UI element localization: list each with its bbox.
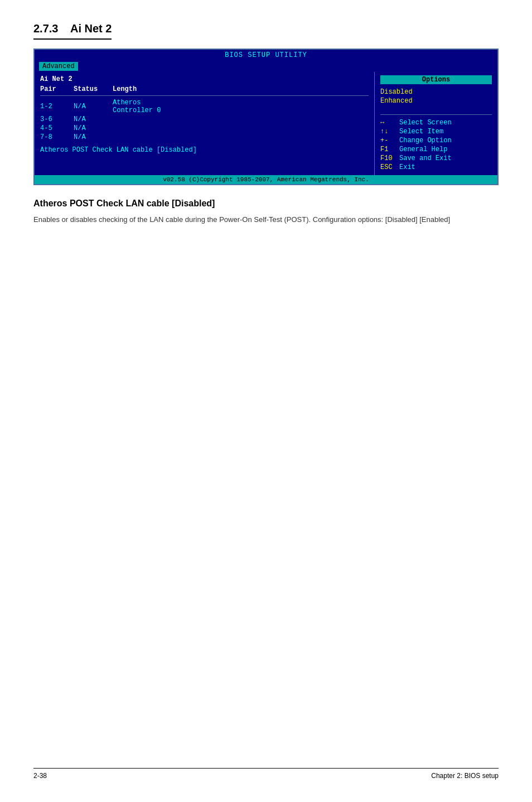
table-row: 4-5 N/A xyxy=(40,124,369,133)
status-4-5: N/A xyxy=(74,124,113,132)
help-key-plusminus: +- xyxy=(380,137,396,144)
col-status-header: Status xyxy=(74,85,113,93)
help-desc-select-screen: Select Screen xyxy=(399,119,452,127)
option-disabled[interactable]: Disabled xyxy=(380,88,492,96)
pair-4-5: 4-5 xyxy=(40,124,74,132)
bios-menu-bar: Advanced xyxy=(35,61,497,72)
status-3-6: N/A xyxy=(74,115,113,123)
table-row: 1-2 N/A Atheros Controller 0 xyxy=(40,98,369,115)
help-desc-f1: General Help xyxy=(399,146,447,153)
help-key-f10: F10 xyxy=(380,154,396,162)
table-row: 3-6 N/A xyxy=(40,115,369,124)
page-container: 2.7.3 Ai Net 2 BIOS SETUP UTILITY Advanc… xyxy=(0,0,532,248)
bios-help-section: ↔ Select Screen ↑↓ Select Item +- Change… xyxy=(380,114,492,172)
help-desc-esc: Exit xyxy=(399,163,415,171)
section-heading: 2.7.3 Ai Net 2 xyxy=(33,22,112,40)
option-enhanced[interactable]: Enhanced xyxy=(380,96,492,105)
help-row-change-option: +- Change Option xyxy=(380,136,492,145)
pair-1-2: 1-2 xyxy=(40,103,74,110)
footer-chapter: Chapter 2: BIOS setup xyxy=(431,772,499,780)
bios-column-headers: Pair Status Length xyxy=(40,85,369,96)
table-row: 7-8 N/A xyxy=(40,133,369,142)
bios-title: BIOS SETUP UTILITY xyxy=(225,51,307,59)
help-row-select-item: ↑↓ Select Item xyxy=(380,127,492,136)
bios-title-bar: BIOS SETUP UTILITY xyxy=(35,50,497,61)
help-key-esc: ESC xyxy=(380,163,396,171)
help-desc-change-option: Change Option xyxy=(399,137,452,144)
pair-3-6: 3-6 xyxy=(40,115,74,123)
cable-status-line: Atheros POST Check LAN cable [Disabled] xyxy=(40,146,369,154)
subsection-description: Enables or disables checking of the LAN … xyxy=(33,214,499,225)
col-length-header: Length xyxy=(113,85,180,93)
subsection-heading: Atheros POST Check LAN cable [Disabled] xyxy=(33,199,499,209)
bios-left-panel: Ai Net 2 Pair Status Length 1-2 N/A Athe… xyxy=(35,72,375,175)
section-title: Ai Net 2 xyxy=(70,22,112,35)
help-key-arrows: ↔ xyxy=(380,119,396,127)
options-title: Options xyxy=(380,75,492,84)
bios-content: Ai Net 2 Pair Status Length 1-2 N/A Athe… xyxy=(35,72,497,175)
help-key-updown: ↑↓ xyxy=(380,128,396,136)
status-7-8: N/A xyxy=(74,133,113,141)
help-desc-f10: Save and Exit xyxy=(399,154,452,162)
bios-menu-advanced[interactable]: Advanced xyxy=(39,62,78,71)
bios-footer: v02.58 (C)Copyright 1985-2007, American … xyxy=(35,175,497,184)
page-footer: 2-38 Chapter 2: BIOS setup xyxy=(33,768,499,780)
col-pair-header: Pair xyxy=(40,85,74,93)
status-1-2: N/A xyxy=(74,103,113,110)
pair-7-8: 7-8 xyxy=(40,133,74,141)
help-row-f10: F10 Save and Exit xyxy=(380,154,492,163)
help-row-esc: ESC Exit xyxy=(380,163,492,172)
length-1-2: Atheros Controller 0 xyxy=(113,99,180,114)
bios-right-panel: Options Disabled Enhanced ↔ Select Scree… xyxy=(375,72,497,175)
bios-left-section-title: Ai Net 2 xyxy=(40,75,369,83)
help-row-f1: F1 General Help xyxy=(380,145,492,154)
section-number: 2.7.3 xyxy=(33,22,58,35)
footer-page-number: 2-38 xyxy=(33,772,47,780)
help-key-f1: F1 xyxy=(380,146,396,153)
bios-box: BIOS SETUP UTILITY Advanced Ai Net 2 Pai… xyxy=(33,49,499,185)
help-row-select-screen: ↔ Select Screen xyxy=(380,118,492,127)
help-desc-select-item: Select Item xyxy=(399,128,443,136)
